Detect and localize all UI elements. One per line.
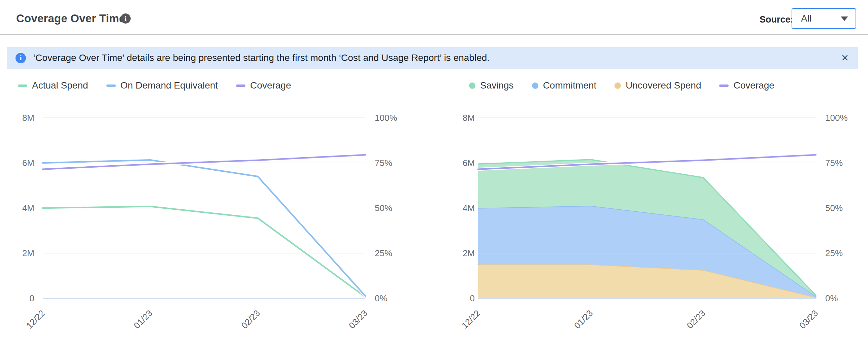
y-axis-right-tick: 50% [375, 203, 392, 213]
legend-line-swatch [236, 85, 245, 87]
y-axis-left-tick: 8M [22, 113, 34, 123]
legend-label: Coverage [733, 80, 774, 91]
legend-label: Uncovered Spend [626, 80, 701, 91]
stacked-area-chart-coverage[interactable]: 8M100%6M75%4M50%2M25%00%12/2201/2302/230… [451, 101, 868, 337]
legend-line-swatch [719, 85, 728, 87]
y-axis-left-tick: 0 [30, 293, 34, 303]
info-icon[interactable]: i [121, 13, 131, 24]
source-dropdown-value: All [801, 13, 841, 24]
legend-item-coverage[interactable]: Coverage [236, 80, 291, 91]
legend-dot-swatch [469, 83, 475, 89]
x-axis-tick: 02/23 [685, 308, 707, 331]
legend-dot-swatch [532, 83, 538, 89]
y-axis-right-tick: 75% [375, 158, 392, 168]
x-axis-tick: 12/22 [24, 308, 47, 331]
banner-info-icon: i [16, 53, 26, 63]
coverage-over-time-widget: Coverage Over Time i Source: All i ‘Cove… [0, 0, 868, 342]
y-axis-right-tick: 100% [375, 113, 397, 123]
legend-label: On Demand Equivalent [121, 80, 218, 91]
legend-item-savings[interactable]: Savings [469, 80, 514, 91]
x-axis-tick: 03/23 [797, 308, 820, 331]
close-icon[interactable]: × [841, 52, 848, 64]
y-axis-left-tick: 4M [22, 203, 34, 213]
legend-label: Commitment [543, 80, 597, 91]
legend-line-swatch [106, 85, 116, 87]
header-divider [0, 34, 868, 35]
legend-label: Savings [480, 80, 514, 91]
x-axis-tick: 12/22 [460, 308, 482, 331]
legend-label: Coverage [250, 80, 291, 91]
x-axis-tick: 01/23 [572, 308, 595, 331]
y-axis-right-tick: 0% [825, 293, 838, 303]
x-axis-tick: 01/23 [132, 308, 154, 331]
banner-info-icon-glyph: i [20, 54, 22, 62]
info-banner: i ‘Coverage Over Time’ details are being… [7, 47, 858, 69]
y-axis-left-tick: 8M [463, 113, 475, 123]
legend-item-uncovered-spend[interactable]: Uncovered Spend [615, 80, 701, 91]
y-axis-right-tick: 25% [825, 248, 843, 258]
y-axis-left-tick: 2M [463, 248, 475, 258]
y-axis-left-tick: 4M [463, 203, 475, 213]
line-on-demand-equivalent [43, 160, 365, 296]
source-dropdown[interactable]: All [792, 8, 856, 29]
y-axis-right-tick: 25% [375, 248, 392, 258]
source-label: Source: [760, 14, 794, 25]
line-actual-spend [43, 206, 365, 297]
line-chart-spend-vs-ode[interactable]: 8M100%6M75%4M50%2M25%00%12/2201/2302/230… [13, 101, 451, 337]
legend-left-chart: Actual SpendOn Demand EquivalentCoverage [18, 80, 291, 91]
x-axis-tick: 03/23 [347, 308, 369, 331]
y-axis-left-tick: 2M [22, 248, 34, 258]
banner-text: ‘Coverage Over Time’ details are being p… [33, 53, 490, 63]
y-axis-right-tick: 0% [375, 293, 388, 303]
line-halo [43, 160, 365, 296]
y-axis-right-tick: 75% [825, 158, 843, 168]
page-title: Coverage Over Time [16, 12, 125, 25]
y-axis-left-tick: 6M [463, 158, 475, 168]
y-axis-right-tick: 100% [825, 113, 848, 123]
legend-item-on-demand-equivalent[interactable]: On Demand Equivalent [106, 80, 218, 91]
x-axis-tick: 02/23 [239, 308, 262, 331]
legend-label: Actual Spend [32, 80, 88, 91]
y-axis-left-tick: 6M [22, 158, 34, 168]
y-axis-right-tick: 50% [825, 203, 843, 213]
line-halo [43, 206, 365, 297]
y-axis-left-tick: 0 [470, 293, 475, 303]
legend-item-actual-spend[interactable]: Actual Spend [18, 80, 88, 91]
legend-dot-swatch [615, 83, 621, 89]
chevron-down-icon [841, 17, 848, 21]
legend-item-commitment[interactable]: Commitment [532, 80, 597, 91]
info-icon-glyph: i [125, 14, 127, 23]
legend-right-chart: SavingsCommitmentUncovered SpendCoverage [469, 80, 774, 91]
legend-item-coverage[interactable]: Coverage [719, 80, 774, 91]
legend-line-swatch [18, 85, 27, 87]
